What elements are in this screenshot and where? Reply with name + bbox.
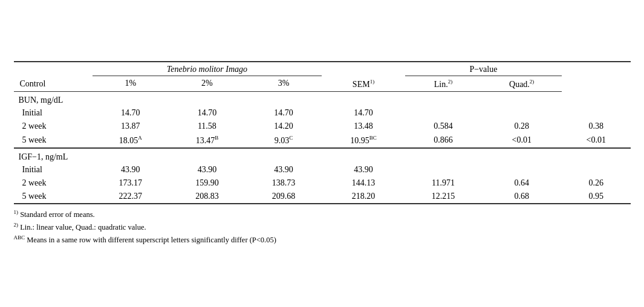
row-label: 2 week (14, 176, 93, 190)
row-lin: 0.68 (481, 190, 562, 204)
footnotes: 1) Standard error of means.2) Lin.: line… (14, 208, 631, 246)
col-header-2pct: 2% (169, 76, 246, 92)
row-2pct: 14.20 (246, 120, 322, 133)
row-sem: 11.971 (405, 176, 482, 190)
col-header-quad: Quad.2) (481, 76, 562, 92)
data-table: Control Tenebrio molitor Imago SEM1) P−v… (14, 61, 631, 204)
row-quad: 0.38 (562, 120, 630, 133)
col-header-1pct: 1% (93, 76, 169, 92)
row-label: 5 week (14, 190, 93, 204)
row-2pct: 43.90 (246, 163, 322, 176)
lin-sup: 2) (448, 79, 453, 85)
row-3pct: 218.20 (322, 190, 405, 204)
quad-sup: 2) (530, 79, 535, 85)
row-1pct: 159.90 (169, 176, 246, 190)
table-body: BUN, mg/dLInitial14.7014.7014.7014.702 w… (14, 92, 631, 204)
row-lin (481, 163, 562, 176)
row-control: 43.90 (93, 163, 169, 176)
row-1pct: 11.58 (169, 120, 246, 133)
row-quad: 0.95 (562, 190, 630, 204)
footnote-text: Standard error of means. (18, 210, 95, 219)
table-row: 2 week173.17159.90138.73144.1311.9710.64… (14, 176, 631, 190)
table-row: 5 week18.05A13.47B9.03C10.95BC0.866<0.01… (14, 133, 631, 148)
row-control: 14.70 (93, 106, 169, 120)
footnote-sup: ABC (14, 234, 25, 241)
row-2pct: 209.68 (246, 190, 322, 204)
row-1pct: 43.90 (169, 163, 246, 176)
row-3pct: 13.48 (322, 120, 405, 133)
footnote-text: Means in a same row with different super… (25, 236, 276, 244)
row-label: 2 week (14, 120, 93, 133)
row-control: 13.87 (93, 120, 169, 133)
row-1pct: 13.47B (169, 133, 246, 148)
footnote-1: 2) Lin.: linear value, Quad.: quadratic … (14, 221, 631, 233)
table-wrapper: Control Tenebrio molitor Imago SEM1) P−v… (14, 61, 631, 247)
table-row: Initial14.7014.7014.7014.70 (14, 106, 631, 120)
section-title-1: IGF−1, ng/mL (14, 148, 562, 163)
table-row: 2 week13.8711.5814.2013.480.5840.280.38 (14, 120, 631, 133)
col-header-control: Control (14, 62, 93, 92)
row-2pct: 9.03C (246, 133, 322, 148)
row-3pct: 10.95BC (322, 133, 405, 148)
row-3pct: 144.13 (322, 176, 405, 190)
row-control: 222.37 (93, 190, 169, 204)
footnote-text: Lin.: linear value, Quad.: quadratic val… (18, 223, 146, 231)
row-label: Initial (14, 163, 93, 176)
section-header-1: IGF−1, ng/mL (14, 148, 631, 163)
row-3pct: 43.90 (322, 163, 405, 176)
col-header-tenebrio: Tenebrio molitor Imago (93, 62, 322, 76)
row-lin: 0.28 (481, 120, 562, 133)
row-2pct: 14.70 (246, 106, 322, 120)
row-quad (562, 106, 630, 120)
row-quad: <0.01 (562, 133, 630, 148)
superscript: A (138, 135, 142, 141)
row-lin: 0.64 (481, 176, 562, 190)
header-row-1: Control Tenebrio molitor Imago SEM1) P−v… (14, 62, 631, 76)
row-sem: 12.215 (405, 190, 482, 204)
sem-sup: 1) (370, 79, 375, 85)
col-header-pvalue: P−value (405, 62, 562, 76)
table-row: 5 week222.37208.83209.68218.2012.2150.68… (14, 190, 631, 204)
col-header-sem: SEM1) (322, 62, 405, 92)
row-control: 173.17 (93, 176, 169, 190)
row-control: 18.05A (93, 133, 169, 148)
row-sem (405, 106, 482, 120)
row-sem (405, 163, 482, 176)
row-sem: 0.584 (405, 120, 482, 133)
footnote-sup: 2) (14, 222, 19, 228)
row-1pct: 208.83 (169, 190, 246, 204)
row-quad: 0.26 (562, 176, 630, 190)
footnote-0: 1) Standard error of means. (14, 208, 631, 221)
table-row: Initial43.9043.9043.9043.90 (14, 163, 631, 176)
section-title-0: BUN, mg/dL (14, 92, 562, 107)
footnote-2: ABC Means in a same row with different s… (14, 233, 631, 246)
row-lin: <0.01 (481, 133, 562, 148)
row-label: 5 week (14, 133, 93, 148)
row-2pct: 138.73 (246, 176, 322, 190)
row-label: Initial (14, 106, 93, 120)
row-1pct: 14.70 (169, 106, 246, 120)
section-header-0: BUN, mg/dL (14, 92, 631, 107)
row-lin (481, 106, 562, 120)
col-header-lin: Lin.2) (405, 76, 482, 92)
row-3pct: 14.70 (322, 106, 405, 120)
col-header-3pct: 3% (246, 76, 322, 92)
footnote-sup: 1) (14, 209, 19, 215)
row-sem: 0.866 (405, 133, 482, 148)
row-quad (562, 163, 630, 176)
